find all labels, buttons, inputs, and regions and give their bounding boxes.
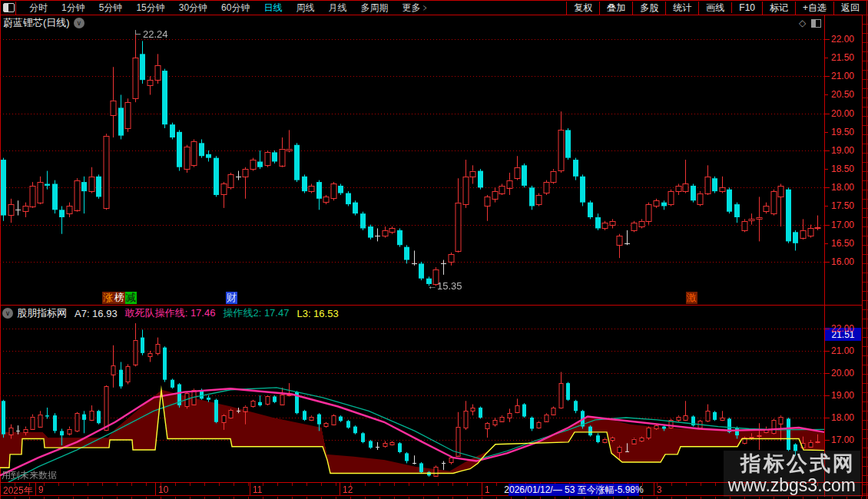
indicator-line1-value: 敢死队操作线: 17.46 [125, 306, 216, 320]
axis-tick [825, 262, 830, 263]
signal-marker: 激 [686, 292, 697, 304]
toolbar-button[interactable]: 画线 [698, 2, 731, 15]
month-divider [654, 483, 654, 496]
toolbar-button[interactable]: 多股 [632, 2, 665, 15]
axis-tick [825, 169, 828, 170]
axis-tick [825, 187, 830, 188]
price-axis-label: 18.00 [831, 182, 863, 193]
price-axis-label: 21.00 [831, 71, 863, 81]
timeframe-tab[interactable]: 更多﹥ [395, 2, 436, 15]
window-split-icon[interactable] [3, 3, 15, 12]
toolbar-button[interactable]: 叠加 [599, 2, 632, 15]
high-anno-line2 [135, 30, 136, 35]
timeframe-tab[interactable]: 日线 [257, 2, 289, 15]
toolbar-button[interactable]: 标记 [762, 2, 795, 15]
month-label: 11 [253, 484, 262, 495]
price-axis-label: 16.00 [831, 256, 863, 267]
toolbar-button[interactable]: 统计 [665, 2, 698, 15]
timeframe-tab[interactable]: 多周期 [353, 2, 395, 15]
low-annotation: ←15.35 [427, 280, 462, 292]
price-axis-label: 19.00 [831, 145, 863, 156]
timeframe-tab[interactable]: 月线 [321, 2, 353, 15]
price-axis-label: 21.00 [831, 345, 863, 356]
date-axis-ticks [0, 483, 824, 486]
price-axis-label: 18.50 [831, 164, 863, 174]
signal-marker-char: 涨 [102, 292, 114, 304]
indicator-chart[interactable] [0, 321, 824, 482]
month-label: 9 [38, 484, 44, 495]
axis-tick [825, 440, 830, 441]
watermark: 指标公式网 www.zbgs3.com [724, 451, 860, 497]
axis-tick [825, 76, 830, 77]
axis-tick [825, 39, 830, 40]
timeframe-tab[interactable]: 5分钟 [92, 2, 130, 15]
price-axis-label: 18.00 [831, 412, 863, 423]
main-candlestick-chart[interactable] [0, 15, 824, 305]
month-divider [250, 483, 250, 496]
timeframe-tabs: 分时1分钟5分钟15分钟30分钟60分钟日线周线月线多周期更多﹥ [22, 2, 436, 15]
toolbar-button[interactable]: 返回 [833, 2, 866, 15]
timeframe-tab[interactable]: 60分钟 [214, 2, 257, 15]
indicator-l3-value: L3: 16.53 [297, 308, 338, 319]
panel-separator [0, 305, 862, 306]
price-axis-label: 19.00 [831, 390, 863, 401]
price-axis-label: 17.00 [831, 435, 863, 445]
signal-marker-char: 激 [686, 292, 697, 304]
axis-tick [825, 225, 830, 226]
month-label: 10 [158, 484, 168, 495]
price-axis-label: 17.00 [831, 220, 863, 230]
high-anno-line [135, 34, 141, 35]
month-label: 1 [485, 484, 490, 495]
date-info-badge: 2026/01/12/— 53 至今涨幅-5.98% [509, 484, 639, 496]
axis-tick [825, 243, 828, 244]
high-annotation: 22.24 [143, 28, 168, 40]
indicator-a7-value: A7: 16.93 [75, 308, 118, 319]
signal-marker-char: 减 [125, 292, 137, 304]
axis-tick [825, 418, 830, 418]
year-label: 2025年 [3, 484, 33, 497]
price-axis-label: 20.50 [831, 89, 863, 100]
indicator-header: ∨ 股朋指标网 A7: 16.93 敢死队操作线: 17.46 操作线2: 17… [2, 306, 346, 320]
month-label: 12 [343, 484, 353, 495]
price-axis-label: 19.50 [831, 127, 863, 137]
month-divider [482, 483, 482, 496]
month-label: 3 [657, 484, 662, 495]
future-data-note: 用到未来数据 [2, 469, 57, 482]
month-divider [35, 483, 36, 496]
signal-marker: 财 [226, 292, 237, 304]
signal-marker-char: 榜 [114, 292, 125, 304]
price-axis-label: 16.50 [831, 238, 863, 249]
indicator-line2-value: 操作线2: 17.47 [223, 306, 289, 320]
watermark-url: www.zbgs3.com [728, 475, 856, 495]
watermark-site-name: 指标公式网 [728, 452, 856, 475]
menu-divider [15, 2, 16, 15]
axis-tick [825, 206, 828, 207]
toolbar-button[interactable]: F10 [731, 2, 762, 13]
timeframe-tab[interactable]: 30分钟 [172, 2, 214, 15]
price-axis-label: 20.00 [831, 368, 863, 378]
axis-border [824, 15, 825, 497]
signal-marker: 涨榜减 [102, 292, 137, 304]
toolbar-button[interactable]: 复权 [566, 2, 599, 15]
axis-tick [825, 132, 828, 133]
timeframe-menubar: 分时1分钟5分钟15分钟30分钟60分钟日线周线月线多周期更多﹥ 复权叠加多股统… [0, 1, 868, 15]
indicator-name[interactable]: 股朋指标网 [17, 306, 67, 320]
price-axis-label: 22.00 [831, 34, 863, 45]
axis-tick [825, 351, 830, 352]
axis-tick [825, 58, 828, 58]
price-axis-label: 20.00 [831, 108, 863, 119]
signal-marker-char: 财 [226, 292, 237, 304]
axis-tick [825, 373, 830, 374]
timeframe-tab[interactable]: 周线 [289, 2, 321, 15]
month-divider [155, 483, 156, 496]
price-axis-label: 21.50 [831, 52, 863, 63]
axis-tick [825, 114, 830, 114]
toolbar-button[interactable]: +自选 [795, 2, 833, 15]
axis-tick [825, 150, 830, 151]
timeframe-tab[interactable]: 15分钟 [129, 2, 171, 15]
indicator-collapse-icon[interactable]: ∨ [2, 308, 13, 319]
right-toolbar: 复权叠加多股统计画线F10标记+自选返回 [566, 1, 866, 15]
axis-tick [825, 395, 830, 396]
timeframe-tab[interactable]: 1分钟 [55, 2, 92, 15]
timeframe-tab[interactable]: 分时 [22, 2, 55, 15]
